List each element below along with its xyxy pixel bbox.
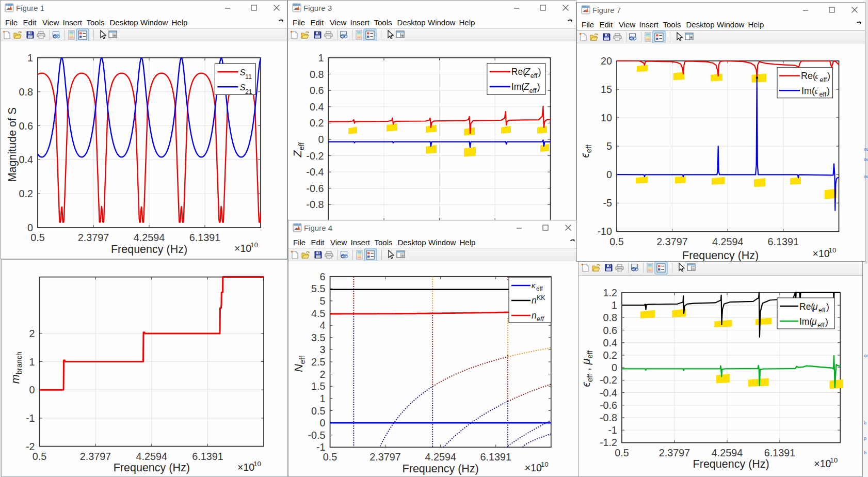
svg-text:1: 1 xyxy=(27,52,33,63)
svg-text:-1: -1 xyxy=(26,412,35,424)
svg-text:ϵ: ϵ xyxy=(815,87,818,96)
svg-text:0: 0 xyxy=(29,384,35,395)
svg-text:0.5: 0.5 xyxy=(609,236,624,247)
svg-text:4.2594: 4.2594 xyxy=(136,451,168,462)
svg-text:-0.4: -0.4 xyxy=(600,387,617,399)
svg-text:Tools: Tools xyxy=(87,18,105,27)
svg-text:0.4: 0.4 xyxy=(310,101,324,113)
svg-text:b: b xyxy=(864,450,866,455)
svg-text:Frequency (Hz): Frequency (Hz) xyxy=(682,249,759,262)
svg-text:0.5: 0.5 xyxy=(30,232,45,243)
svg-text:6.1391: 6.1391 xyxy=(480,451,511,463)
svg-text:ϵeff , μeff: ϵeff , μeff xyxy=(580,350,594,387)
svg-text:20: 20 xyxy=(601,55,612,67)
svg-text:×10: ×10 xyxy=(813,248,830,259)
svg-text:2.3797: 2.3797 xyxy=(78,232,109,243)
svg-text:Help: Help xyxy=(748,20,764,29)
svg-text:eff: eff xyxy=(529,87,537,94)
svg-text:4.2594: 4.2594 xyxy=(712,236,744,247)
svg-text:Frequency (Hz): Frequency (Hz) xyxy=(403,463,479,475)
svg-text:Edit: Edit xyxy=(311,18,325,27)
svg-text:Help: Help xyxy=(172,18,188,27)
svg-text:ou: ou xyxy=(864,353,868,358)
svg-text:Tools: Tools xyxy=(663,20,681,29)
svg-text:File: File xyxy=(293,238,306,247)
svg-text:2: 2 xyxy=(320,369,326,380)
svg-text:0.5: 0.5 xyxy=(615,447,629,458)
svg-text:Window: Window xyxy=(717,20,745,29)
svg-text:1: 1 xyxy=(320,393,326,404)
svg-text:15: 15 xyxy=(601,84,612,95)
svg-text:0: 0 xyxy=(318,134,324,145)
svg-text:4.2594: 4.2594 xyxy=(134,232,165,243)
svg-text:-5: -5 xyxy=(603,197,612,209)
svg-text:5.5: 5.5 xyxy=(311,283,326,294)
svg-text:Figure 7: Figure 7 xyxy=(592,6,621,14)
svg-text:Frequency (Hz): Frequency (Hz) xyxy=(111,243,187,256)
svg-text:0.8: 0.8 xyxy=(19,86,34,98)
svg-text:0.4: 0.4 xyxy=(19,154,34,165)
svg-text:Re(: Re( xyxy=(799,301,814,312)
svg-text:n: n xyxy=(532,295,537,306)
svg-text:Desktop: Desktop xyxy=(397,18,426,27)
svg-text:n: n xyxy=(532,310,537,321)
svg-text:4.2594: 4.2594 xyxy=(425,451,456,463)
svg-text:Desktop: Desktop xyxy=(398,238,426,247)
svg-text:0.5: 0.5 xyxy=(311,405,326,417)
svg-text:6.1391: 6.1391 xyxy=(189,232,221,243)
svg-text:eff: eff xyxy=(819,91,827,98)
svg-text:Im(: Im( xyxy=(801,86,815,96)
svg-text:Im(: Im( xyxy=(511,82,524,92)
svg-text:Edit: Edit xyxy=(311,238,325,247)
svg-text:Re(: Re( xyxy=(801,71,816,81)
svg-text:1.5: 1.5 xyxy=(311,380,326,392)
svg-text:×10: ×10 xyxy=(237,462,254,473)
svg-text:5: 5 xyxy=(320,295,326,307)
svg-text:Figure 1: Figure 1 xyxy=(16,4,44,12)
svg-text:Frequency (Hz): Frequency (Hz) xyxy=(693,458,769,470)
svg-text:): ) xyxy=(537,82,540,92)
svg-text:×10: ×10 xyxy=(525,462,542,473)
svg-text:-0.6: -0.6 xyxy=(600,400,617,411)
svg-text:Figure 3: Figure 3 xyxy=(303,4,332,12)
svg-text:4.2594: 4.2594 xyxy=(712,447,743,458)
svg-text:4.5: 4.5 xyxy=(311,308,326,319)
svg-text:6.1391: 6.1391 xyxy=(192,451,223,462)
svg-text:1: 1 xyxy=(318,52,324,63)
svg-text:10: 10 xyxy=(829,246,837,254)
svg-text:eff: eff xyxy=(537,315,544,323)
svg-text:-1: -1 xyxy=(608,424,617,436)
svg-text:Help: Help xyxy=(459,18,475,27)
svg-text:3: 3 xyxy=(320,344,326,355)
svg-text:File: File xyxy=(5,18,18,27)
svg-text:-0.5: -0.5 xyxy=(308,430,326,441)
svg-text:eff: eff xyxy=(818,307,826,314)
svg-text:×10: ×10 xyxy=(234,243,251,254)
svg-text:ϵeff: ϵeff xyxy=(579,144,593,157)
svg-text:): ) xyxy=(826,301,829,312)
svg-text:×10: ×10 xyxy=(814,458,831,469)
svg-text:eff: eff xyxy=(536,285,543,292)
svg-text:2.5: 2.5 xyxy=(311,356,326,368)
svg-text:10: 10 xyxy=(253,460,261,468)
svg-text:Insert: Insert xyxy=(351,238,371,247)
svg-text:6.1391: 6.1391 xyxy=(764,447,796,458)
svg-text:Window: Window xyxy=(140,18,168,27)
svg-text:File: File xyxy=(293,18,305,27)
svg-text:ou: ou xyxy=(864,157,868,162)
svg-text:Insert: Insert xyxy=(63,18,83,27)
svg-text:0.5: 0.5 xyxy=(33,451,47,462)
svg-text:0.6: 0.6 xyxy=(310,85,324,96)
svg-text:Im(: Im( xyxy=(799,316,812,327)
svg-text:-0.6: -0.6 xyxy=(306,183,324,194)
svg-text:10: 10 xyxy=(250,241,258,249)
svg-text:Magnitude of S: Magnitude of S xyxy=(6,107,19,182)
svg-text:): ) xyxy=(827,86,830,96)
svg-text:0.2: 0.2 xyxy=(19,188,34,199)
svg-text:10: 10 xyxy=(541,460,549,468)
svg-text:Edit: Edit xyxy=(600,20,614,29)
svg-text:Neff: Neff xyxy=(293,355,307,372)
svg-text:): ) xyxy=(827,71,830,81)
svg-text:5: 5 xyxy=(606,140,612,152)
svg-text:0: 0 xyxy=(612,362,617,373)
